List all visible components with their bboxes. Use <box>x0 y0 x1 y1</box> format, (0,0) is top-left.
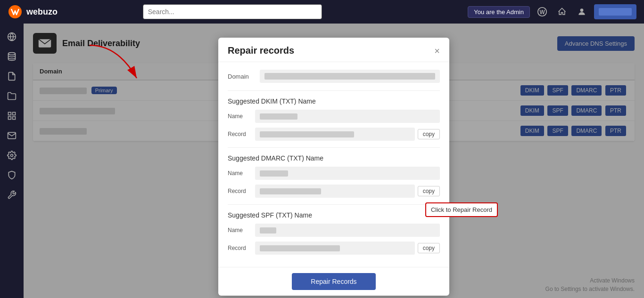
tooltip-arrow <box>80 40 156 88</box>
domain-field-value <box>260 70 440 83</box>
main-layout: Email Deliverability Advance DNS Setting… <box>0 24 644 298</box>
svg-text:W: W <box>539 9 545 16</box>
dmarc-record-placeholder <box>260 188 321 194</box>
spf-record-placeholder <box>260 245 340 251</box>
user-icon[interactable] <box>574 4 589 19</box>
sidebar-item-database[interactable] <box>3 48 20 65</box>
divider-1 <box>228 90 440 91</box>
tooltip-box: Click to Repair Record <box>425 202 498 217</box>
dkim-record-row: Record copy <box>228 128 440 141</box>
username-placeholder <box>599 8 632 16</box>
dmarc-copy-button[interactable]: copy <box>418 186 440 196</box>
repair-records-modal: Repair records × Domain Suggested DKIM (… <box>218 38 449 296</box>
modal-domain-row: Domain <box>228 70 440 83</box>
top-navigation: webuzo You are the Admin W <box>0 0 644 24</box>
dmarc-record-row: Record copy <box>228 185 440 198</box>
logo-area: webuzo <box>8 4 58 19</box>
spf-name-label: Name <box>228 227 252 234</box>
modal-close-button[interactable]: × <box>434 46 440 56</box>
wordpress-icon[interactable]: W <box>535 4 550 19</box>
home-icon[interactable] <box>554 4 570 19</box>
spf-section-label: Suggested SPF (TXT) Name <box>228 211 440 219</box>
dkim-name-placeholder <box>260 113 297 120</box>
svg-rect-7 <box>13 113 16 115</box>
dmarc-record-value <box>255 185 415 198</box>
dkim-copy-button[interactable]: copy <box>418 129 440 139</box>
divider-3 <box>228 204 440 205</box>
sidebar-item-shield[interactable] <box>3 167 20 184</box>
dmarc-name-label: Name <box>228 170 252 177</box>
spf-copy-button[interactable]: copy <box>418 243 440 253</box>
repair-records-button[interactable]: Repair Records <box>292 273 375 290</box>
dmarc-name-value <box>255 167 440 180</box>
dkim-name-value <box>255 110 440 123</box>
dkim-record-value <box>255 128 415 141</box>
user-badge[interactable] <box>594 4 636 19</box>
spf-name-value <box>255 224 440 237</box>
dkim-name-label: Name <box>228 113 252 120</box>
modal-footer: Repair Records <box>218 267 449 296</box>
sidebar-item-wrench[interactable] <box>3 186 20 203</box>
svg-rect-6 <box>8 113 11 115</box>
modal-title: Repair records <box>228 45 294 56</box>
spf-name-placeholder <box>260 227 276 234</box>
svg-point-3 <box>580 8 584 12</box>
admin-badge: You are the Admin <box>468 6 530 18</box>
sidebar <box>0 24 24 298</box>
tooltip-container: Click to Repair Record <box>425 202 498 217</box>
nav-right: You are the Admin W <box>468 4 636 19</box>
webuzo-logo-icon <box>8 4 23 19</box>
dmarc-name-row: Name <box>228 167 440 180</box>
sidebar-item-folder[interactable] <box>3 88 20 105</box>
sidebar-item-globe[interactable] <box>3 28 20 45</box>
domain-field-label: Domain <box>228 73 256 80</box>
sidebar-item-file[interactable] <box>3 68 20 85</box>
dmarc-record-label: Record <box>228 188 252 194</box>
main-content: Email Deliverability Advance DNS Setting… <box>24 24 644 298</box>
modal-body[interactable]: Domain Suggested DKIM (TXT) Name Name Re… <box>218 62 449 267</box>
svg-rect-8 <box>8 117 11 120</box>
domain-value-placeholder <box>264 73 435 80</box>
modal-header: Repair records × <box>218 38 449 62</box>
dmarc-section-label: Suggested DMARC (TXT) Name <box>228 154 440 162</box>
dmarc-name-placeholder <box>260 170 288 177</box>
svg-point-5 <box>8 53 16 55</box>
spf-name-row: Name <box>228 224 440 237</box>
dkim-name-row: Name <box>228 110 440 123</box>
search-input[interactable] <box>143 4 322 19</box>
dkim-record-label: Record <box>228 131 252 137</box>
divider-2 <box>228 147 440 148</box>
spf-record-value <box>255 242 415 255</box>
sidebar-item-grid[interactable] <box>3 107 20 124</box>
dkim-section-label: Suggested DKIM (TXT) Name <box>228 97 440 105</box>
logo-text: webuzo <box>26 7 58 17</box>
sidebar-item-settings[interactable] <box>3 147 20 164</box>
sidebar-item-email[interactable] <box>3 127 20 144</box>
svg-point-10 <box>11 154 13 157</box>
dkim-record-placeholder <box>260 131 354 137</box>
svg-rect-9 <box>13 117 16 120</box>
spf-record-label: Record <box>228 245 252 251</box>
spf-record-row: Record copy <box>228 242 440 255</box>
